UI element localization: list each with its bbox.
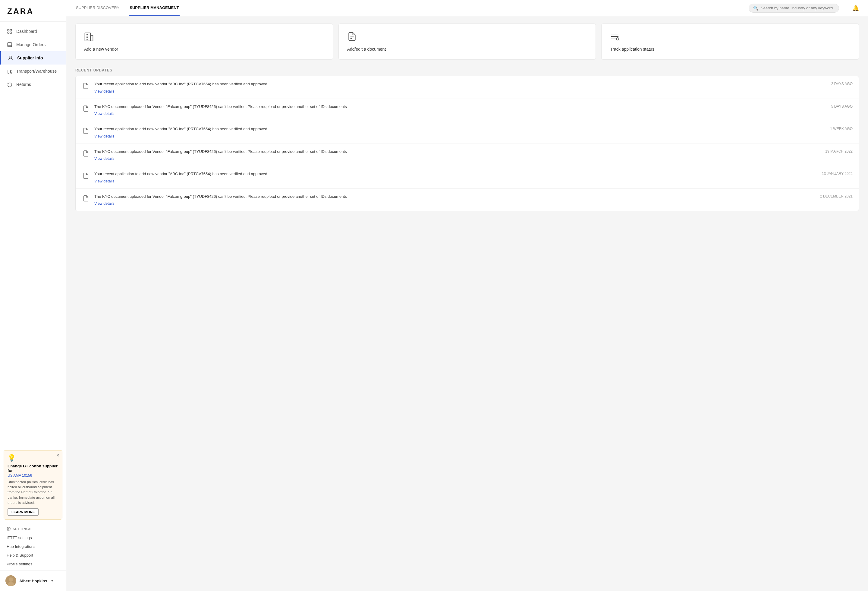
sidebar-label-transport: Transport/Warehouse (16, 69, 57, 74)
search-icon: 🔍 (753, 6, 758, 10)
update-body-6: The KYC document uploaded for Vendor "Fa… (94, 194, 816, 206)
update-body-3: Your recent application to add new vendo… (94, 126, 826, 139)
quick-actions: Add a new vendor Add/edit a document (75, 24, 859, 60)
svg-point-8 (10, 56, 12, 58)
tab-supplier-management[interactable]: SUPPLIER MANAGEMENT (129, 0, 179, 16)
svg-rect-1 (10, 29, 12, 31)
building-icon (84, 32, 324, 43)
update-item-4: The KYC document uploaded for Vendor "Fa… (76, 144, 859, 167)
update-time-5: 13 JANUARY 2022 (822, 171, 853, 176)
svg-rect-2 (7, 32, 9, 34)
orders-icon (7, 41, 13, 48)
sidebar-nav: Dashboard Manage Orders Supplier Info Tr… (0, 22, 66, 447)
update-doc-icon (82, 194, 90, 202)
svg-rect-3 (10, 32, 12, 34)
alert-bulb-icon: 💡 (7, 454, 59, 462)
svg-rect-4 (7, 43, 12, 47)
topnav: SUPPLIER DISCOVERY SUPPLIER MANAGEMENT 🔍… (66, 0, 868, 16)
qa-add-document-label: Add/edit a document (347, 47, 588, 52)
update-text-4: The KYC document uploaded for Vendor "Fa… (94, 149, 821, 155)
svg-point-11 (11, 73, 12, 74)
update-text-6: The KYC document uploaded for Vendor "Fa… (94, 194, 816, 199)
update-view-details-link-4[interactable]: View details (94, 157, 114, 161)
sidebar: ZARA Dashboard Manage Orders Supplier In… (0, 0, 66, 591)
update-doc-icon (82, 127, 90, 135)
settings-item-help[interactable]: Help & Support (7, 551, 59, 560)
update-text-2: The KYC document uploaded for Vendor "Fa… (94, 104, 827, 110)
update-item-2: The KYC document uploaded for Vendor "Fa… (76, 99, 859, 121)
update-doc-icon (82, 104, 90, 113)
alert-title: Change BT cotton supplier for (7, 464, 59, 473)
avatar (6, 575, 16, 586)
qa-add-document[interactable]: Add/edit a document (338, 24, 596, 60)
alert-link[interactable]: US AMA 10156 (7, 473, 59, 478)
tab-supplier-discovery[interactable]: SUPPLIER DISCOVERY (75, 0, 120, 16)
chevron-down-icon: ▾ (51, 579, 53, 583)
update-view-details-link-1[interactable]: View details (94, 89, 114, 93)
update-item-6: The KYC document uploaded for Vendor "Fa… (76, 189, 859, 211)
update-time-6: 2 DECEMBER 2021 (820, 194, 853, 198)
page-body: Add a new vendor Add/edit a document (66, 16, 868, 591)
returns-icon (7, 81, 13, 87)
sidebar-item-returns[interactable]: Returns (0, 78, 66, 91)
update-body-4: The KYC document uploaded for Vendor "Fa… (94, 149, 821, 161)
settings-item-hub[interactable]: Hub Integrations (7, 542, 59, 551)
sidebar-item-transport[interactable]: Transport/Warehouse (0, 65, 66, 78)
svg-rect-16 (85, 33, 91, 41)
update-item-5: Your recent application to add new vendo… (76, 166, 859, 189)
alert-learn-more-button[interactable]: LEARN MORE (7, 508, 38, 516)
update-body-5: Your recent application to add new vendo… (94, 171, 818, 184)
update-body-1: Your recent application to add new vendo… (94, 81, 827, 94)
sidebar-item-dashboard[interactable]: Dashboard (0, 25, 66, 38)
recent-updates-title: RECENT UPDATES (75, 68, 859, 72)
alert-body: Unexpected political crisis has halted a… (7, 479, 59, 505)
update-view-details-link-3[interactable]: View details (94, 134, 114, 138)
qa-add-vendor[interactable]: Add a new vendor (75, 24, 333, 60)
sidebar-label-manage-orders: Manage Orders (16, 42, 46, 47)
update-doc-icon (82, 171, 90, 180)
sidebar-label-dashboard: Dashboard (16, 29, 37, 34)
supplier-icon (7, 55, 13, 61)
settings-item-profile[interactable]: Profile settings (7, 560, 59, 568)
update-time-2: 5 DAYS AGO (831, 104, 853, 109)
svg-line-28 (619, 40, 619, 40)
updates-list: Your recent application to add new vendo… (75, 76, 859, 211)
brand-logo: ZARA (0, 0, 66, 22)
update-view-details-link-2[interactable]: View details (94, 112, 114, 116)
recent-updates-section: RECENT UPDATES Your recent application t… (75, 68, 859, 211)
sidebar-item-manage-orders[interactable]: Manage Orders (0, 38, 66, 51)
update-text-3: Your recent application to add new vendo… (94, 126, 826, 132)
svg-point-27 (617, 38, 619, 40)
notification-bell-icon[interactable]: 🔔 (852, 5, 859, 12)
dashboard-icon (7, 28, 13, 34)
settings-item-ifttt[interactable]: IFTTT settings (7, 533, 59, 542)
update-item-3: Your recent application to add new vendo… (76, 121, 859, 144)
qa-add-vendor-label: Add a new vendor (84, 47, 324, 52)
update-body-2: The KYC document uploaded for Vendor "Fa… (94, 104, 827, 117)
document-icon (347, 32, 588, 43)
update-time-3: 1 WEEK AGO (830, 126, 853, 131)
settings-section-label: SETTINGS (13, 527, 32, 531)
update-doc-icon (82, 149, 90, 158)
transport-icon (7, 68, 13, 74)
sidebar-settings: SETTINGS IFTTT settings Hub Integrations… (0, 523, 66, 570)
update-text-5: Your recent application to add new vendo… (94, 171, 818, 177)
qa-track-status-label: Track application status (610, 47, 850, 52)
alert-card: ✕ 💡 Change BT cotton supplier for US AMA… (4, 450, 62, 520)
user-name: Albert Hopkins (19, 579, 47, 583)
qa-track-status[interactable]: Track application status (601, 24, 859, 60)
search-bar[interactable]: 🔍 (748, 4, 839, 13)
main-content: SUPPLIER DISCOVERY SUPPLIER MANAGEMENT 🔍… (66, 0, 868, 591)
update-item-1: Your recent application to add new vendo… (76, 76, 859, 99)
track-icon (610, 32, 850, 43)
search-input[interactable] (761, 6, 834, 10)
settings-label: SETTINGS (7, 527, 59, 531)
update-view-details-link-6[interactable]: View details (94, 201, 114, 205)
svg-rect-0 (7, 29, 9, 31)
alert-close-icon[interactable]: ✕ (56, 453, 60, 458)
update-doc-icon (82, 82, 90, 90)
svg-point-14 (9, 578, 13, 582)
user-profile[interactable]: Albert Hopkins ▾ (0, 570, 66, 591)
update-view-details-link-5[interactable]: View details (94, 179, 114, 183)
sidebar-item-supplier-info[interactable]: Supplier Info (0, 51, 66, 65)
